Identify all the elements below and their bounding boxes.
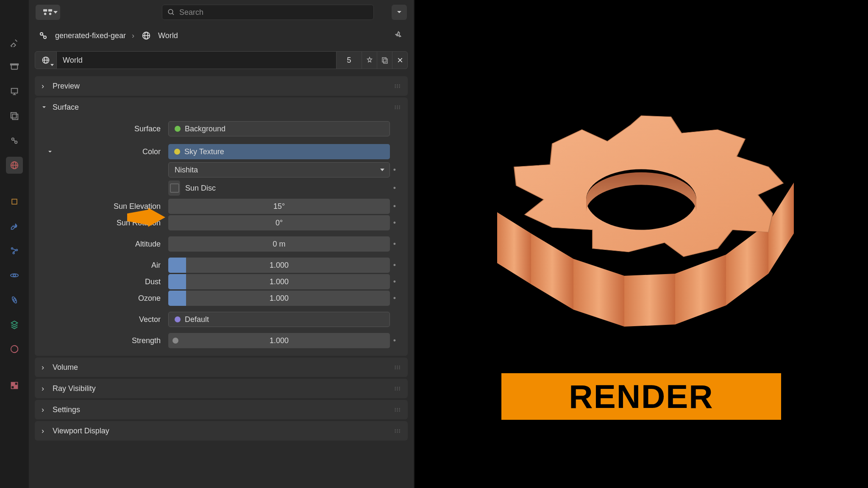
breadcrumb-world[interactable]: World: [158, 31, 178, 40]
vector-label: Vector: [43, 315, 168, 324]
panel-viewport-display-title: Viewport Display: [53, 427, 109, 435]
svg-point-25: [49, 13, 52, 15]
animate-dot[interactable]: •: [390, 219, 399, 227]
svg-rect-34: [384, 59, 387, 64]
drag-handle-icon[interactable]: ፧፧፧: [395, 427, 401, 435]
panel-preview-header[interactable]: › Preview ፧፧፧: [35, 76, 408, 96]
world-users-count[interactable]: 5: [337, 51, 362, 69]
drag-handle-icon[interactable]: ፧፧፧: [395, 364, 401, 371]
world-name-input[interactable]: [57, 51, 337, 69]
tab-object[interactable]: [6, 193, 23, 210]
svg-rect-20: [11, 386, 14, 389]
tab-constraints[interactable]: [6, 291, 23, 308]
strength-label: Strength: [43, 336, 168, 345]
animate-dot[interactable]: •: [390, 294, 399, 303]
drag-handle-icon[interactable]: ፧፧፧: [395, 385, 401, 392]
sky-model-dropdown[interactable]: Nishita: [168, 162, 390, 177]
tab-tool[interactable]: [6, 34, 23, 51]
vector-value: Default: [185, 315, 209, 324]
color-dot-icon: [174, 149, 180, 155]
surface-label: Surface: [43, 125, 168, 133]
animate-dot[interactable]: •: [390, 184, 399, 193]
tab-material[interactable]: [6, 341, 23, 358]
drag-handle-icon[interactable]: ፧፧፧: [395, 83, 401, 90]
animate-dot[interactable]: •: [390, 166, 399, 175]
animate-dot[interactable]: •: [390, 277, 399, 286]
panel-volume-header[interactable]: › Volume ፧፧፧: [35, 358, 408, 377]
panel-settings-header[interactable]: › Settings ፧፧፧: [35, 400, 408, 419]
svg-point-16: [11, 296, 18, 304]
breadcrumb-scene[interactable]: generated-fixed-gear: [55, 31, 126, 40]
pin-button[interactable]: [392, 29, 405, 42]
sun-elevation-field[interactable]: 15°: [168, 199, 390, 214]
chevron-right-icon: ›: [42, 384, 48, 393]
strength-field[interactable]: 1.000: [168, 333, 390, 348]
tab-physics[interactable]: [6, 267, 23, 284]
panel-ray-visibility: › Ray Visibility ፧፧፧: [35, 379, 408, 398]
search-field[interactable]: [162, 5, 374, 20]
panel-ray-visibility-header[interactable]: › Ray Visibility ፧፧፧: [35, 379, 408, 398]
options-dropdown[interactable]: [392, 5, 407, 20]
shader-dot-icon: [175, 126, 181, 132]
gear-render-image: [461, 68, 821, 356]
sun-rotation-field[interactable]: 0°: [168, 215, 390, 230]
panel-viewport-display-header[interactable]: › Viewport Display ፧፧፧: [35, 421, 408, 441]
color-label: Color: [60, 147, 168, 156]
scene-icon: [37, 30, 49, 42]
drag-handle-icon[interactable]: ፧፧፧: [395, 406, 401, 413]
breadcrumb: generated-fixed-gear › World: [29, 25, 414, 47]
color-node-value: Sky Texture: [184, 147, 224, 156]
chevron-right-icon: ›: [42, 82, 48, 91]
panel-volume: › Volume ፧፧፧: [35, 358, 408, 377]
render-preview-pane: RENDER: [415, 0, 868, 488]
breadcrumb-separator: ›: [132, 31, 134, 40]
unlink-world-button[interactable]: [392, 51, 408, 69]
panel-ray-visibility-title: Ray Visibility: [53, 384, 96, 393]
panel-settings: › Settings ፧፧፧: [35, 400, 408, 419]
tab-render[interactable]: [6, 58, 23, 75]
animate-dot[interactable]: •: [390, 261, 399, 270]
tab-world[interactable]: [6, 157, 23, 174]
world-icon: [140, 30, 152, 42]
world-browse-button[interactable]: [35, 51, 57, 69]
tab-texture[interactable]: [6, 377, 23, 394]
animate-dot[interactable]: •: [390, 336, 399, 345]
color-node-dropdown[interactable]: Sky Texture: [168, 144, 390, 159]
tab-particles[interactable]: [6, 242, 23, 259]
properties-tabs: [0, 0, 29, 488]
editor-type-selector[interactable]: [36, 5, 60, 20]
svg-point-24: [44, 13, 47, 15]
tab-output[interactable]: [6, 83, 23, 100]
panel-surface-title: Surface: [53, 103, 79, 112]
search-input[interactable]: [179, 8, 368, 17]
ozone-slider[interactable]: 1.000: [168, 291, 390, 306]
chevron-right-icon: ›: [42, 405, 48, 414]
tab-scene[interactable]: [6, 132, 23, 149]
drag-handle-icon[interactable]: ፧፧፧: [395, 104, 401, 111]
tab-viewlayer[interactable]: [6, 108, 23, 125]
tab-modifiers[interactable]: [6, 218, 23, 235]
tab-data[interactable]: [6, 316, 23, 333]
sun-disc-checkbox[interactable]: [168, 180, 180, 196]
chevron-down-icon: [42, 105, 48, 110]
panel-surface-header[interactable]: Surface ፧፧፧: [35, 97, 408, 117]
dust-label: Dust: [43, 277, 168, 286]
altitude-field[interactable]: 0 m: [168, 236, 390, 252]
world-datablock-row: 5: [35, 50, 408, 70]
svg-rect-33: [382, 58, 386, 62]
animate-dot[interactable]: •: [390, 202, 399, 211]
color-subpanel-toggle[interactable]: [43, 149, 60, 154]
panel-volume-title: Volume: [53, 363, 78, 372]
svg-rect-18: [11, 383, 14, 385]
header-bar: [29, 0, 414, 25]
fake-user-button[interactable]: [362, 51, 377, 69]
vector-dropdown[interactable]: Default: [168, 312, 390, 327]
air-label: Air: [43, 261, 168, 270]
sun-disc-label: Sun Disc: [185, 184, 216, 193]
altitude-label: Altitude: [43, 240, 168, 249]
animate-dot[interactable]: •: [390, 240, 399, 249]
dust-slider[interactable]: 1.000: [168, 274, 390, 289]
air-slider[interactable]: 1.000: [168, 258, 390, 273]
surface-shader-dropdown[interactable]: Background: [168, 121, 390, 136]
new-world-button[interactable]: [377, 51, 392, 69]
